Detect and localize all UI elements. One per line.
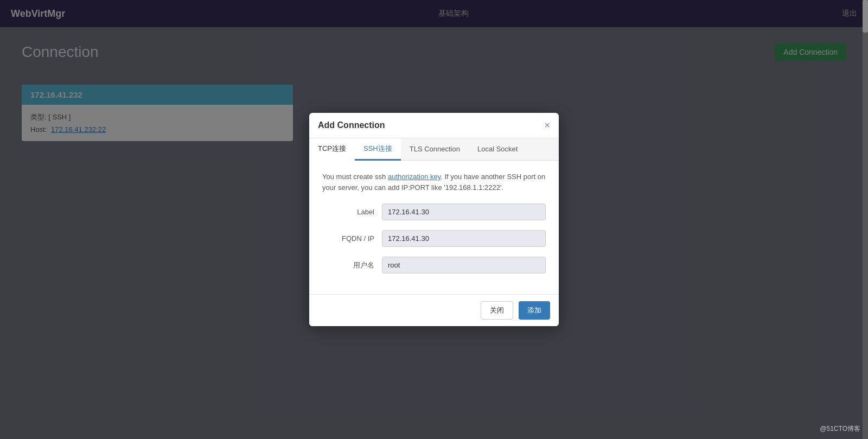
username-input[interactable] — [382, 257, 546, 273]
modal-header: Add Connection × — [309, 113, 559, 138]
submit-button[interactable]: 添加 — [519, 301, 550, 320]
tab-local-socket[interactable]: Local Socket — [469, 138, 526, 161]
modal-info-text: You must create ssh authorization key. I… — [322, 171, 546, 193]
scrollbar[interactable] — [863, 0, 868, 439]
authorization-key-link[interactable]: authorization key — [388, 173, 441, 181]
watermark: @51CTO博客 — [820, 424, 860, 434]
fqdn-form-group: FQDN / IP — [322, 230, 546, 247]
label-input[interactable] — [382, 203, 546, 220]
fqdn-input[interactable] — [382, 230, 546, 247]
username-field-label: 用户名 — [322, 260, 382, 270]
tab-tcp[interactable]: TCP连接 — [309, 138, 355, 161]
tab-ssh[interactable]: SSH连接 — [355, 138, 401, 161]
modal-title: Add Connection — [318, 120, 385, 130]
modal-tabs: TCP连接 SSH连接 TLS Connection Local Socket — [309, 138, 559, 161]
scrollbar-thumb[interactable] — [863, 0, 868, 33]
modal-body: You must create ssh authorization key. I… — [309, 161, 559, 294]
fqdn-field-label: FQDN / IP — [322, 234, 382, 243]
label-field-label: Label — [322, 208, 382, 216]
modal-close-button[interactable]: × — [544, 120, 550, 130]
modal-footer: 关闭 添加 — [309, 294, 559, 326]
cancel-button[interactable]: 关闭 — [481, 301, 513, 320]
modal-overlay: Add Connection × TCP连接 SSH连接 TLS Connect… — [0, 0, 868, 439]
info-text-part1: You must create ssh — [322, 173, 388, 181]
username-form-group: 用户名 — [322, 257, 546, 273]
add-connection-modal: Add Connection × TCP连接 SSH连接 TLS Connect… — [309, 113, 559, 326]
label-form-group: Label — [322, 203, 546, 220]
tab-tls[interactable]: TLS Connection — [401, 138, 469, 161]
